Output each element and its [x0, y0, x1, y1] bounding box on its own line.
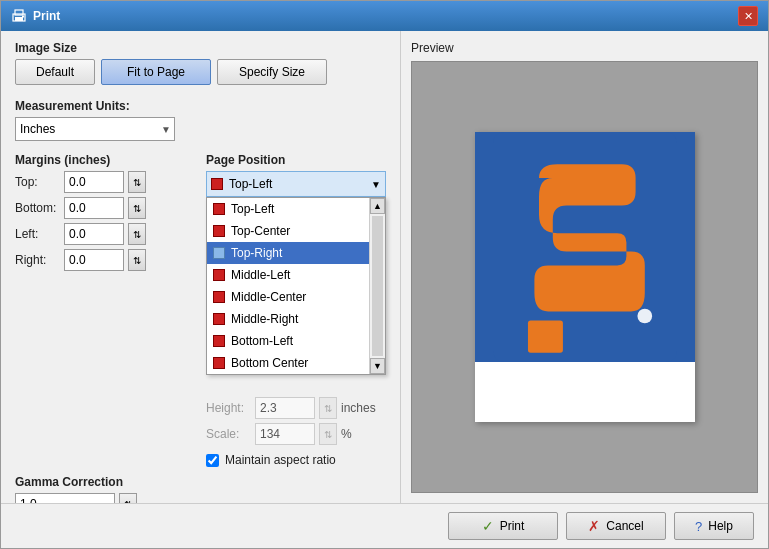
left-margin-spin[interactable]: ⇅ — [128, 223, 146, 245]
scale-unit: % — [341, 427, 352, 441]
height-spin[interactable]: ⇅ — [319, 397, 337, 419]
footer-bar: ✓ Print ✗ Cancel ? Help — [1, 503, 768, 548]
pos-dropdown-arrow: ▼ — [371, 179, 381, 190]
size-fields: Height: ⇅ inches Scale: ⇅ % — [206, 397, 386, 467]
pos-option-top-left[interactable]: Top-Left — [207, 198, 385, 220]
print-button[interactable]: ✓ Print — [448, 512, 558, 540]
pos-label-3: Top-Right — [231, 246, 282, 260]
pos-label-8: Bottom Center — [231, 356, 308, 370]
scroll-thumb[interactable] — [372, 216, 383, 356]
fit-to-page-button[interactable]: Fit to Page — [101, 59, 211, 85]
bottom-margin-spin[interactable]: ⇅ — [128, 197, 146, 219]
window-title: Print — [33, 9, 60, 23]
scale-label: Scale: — [206, 427, 251, 441]
pos-icon-5 — [213, 291, 225, 303]
print-label: Print — [500, 519, 525, 533]
pos-option-top-center[interactable]: Top-Center — [207, 220, 385, 242]
right-margin-spin[interactable]: ⇅ — [128, 249, 146, 271]
print-dialog: Print ✕ Image Size Default Fit to Page S… — [0, 0, 769, 549]
gamma-spin[interactable]: ⇅ — [119, 493, 137, 503]
image-size-section: Image Size Default Fit to Page Specify S… — [15, 41, 386, 85]
pos-icon-1 — [213, 203, 225, 215]
pos-label-2: Top-Center — [231, 224, 290, 238]
right-column: Page Position Top-Left ▼ — [206, 153, 386, 467]
popup-scrollbar[interactable]: ▲ ▼ — [369, 198, 385, 374]
height-row: Height: ⇅ inches — [206, 397, 386, 419]
image-size-label: Image Size — [15, 41, 386, 55]
logo-svg — [475, 132, 695, 362]
pos-icon-8 — [213, 357, 225, 369]
default-button[interactable]: Default — [15, 59, 95, 85]
measurement-dropdown-container: Inches Centimeters Millimeters Pixels ▼ — [15, 117, 175, 141]
pos-label-1: Top-Left — [231, 202, 274, 216]
footer-right: ✓ Print ✗ Cancel ? Help — [448, 512, 754, 540]
svg-point-6 — [637, 309, 652, 324]
pos-icon-7 — [213, 335, 225, 347]
top-margin-input[interactable] — [64, 171, 124, 193]
help-button[interactable]: ? Help — [674, 512, 754, 540]
cancel-label: Cancel — [606, 519, 643, 533]
measurement-dropdown[interactable]: Inches Centimeters Millimeters Pixels — [15, 117, 175, 141]
right-margin-input[interactable] — [64, 249, 124, 271]
title-bar: Print ✕ — [1, 1, 768, 31]
top-margin-row: Top: ⇅ — [15, 171, 190, 193]
scroll-down-btn[interactable]: ▼ — [370, 358, 385, 374]
maintain-aspect-row: Maintain aspect ratio — [206, 453, 386, 467]
pos-option-middle-left[interactable]: Middle-Left — [207, 264, 385, 286]
preview-inner — [475, 132, 695, 422]
top-margin-spin[interactable]: ⇅ — [128, 171, 146, 193]
bottom-margin-label: Bottom: — [15, 201, 60, 215]
pos-label-4: Middle-Left — [231, 268, 290, 282]
scroll-up-btn[interactable]: ▲ — [370, 198, 385, 214]
title-bar-left: Print — [11, 8, 60, 24]
pos-icon-4 — [213, 269, 225, 281]
preview-area — [411, 61, 758, 493]
pos-option-bottom-left[interactable]: Bottom-Left — [207, 330, 385, 352]
print-icon — [11, 8, 27, 24]
height-label: Height: — [206, 401, 251, 415]
page-position-dropdown-wrapper: Top-Left ▼ Top-Left — [206, 171, 386, 197]
preview-white-bottom — [475, 362, 695, 422]
gamma-input[interactable] — [15, 493, 115, 503]
height-input[interactable] — [255, 397, 315, 419]
pos-icon-3 — [213, 247, 225, 259]
page-position-selected[interactable]: Top-Left ▼ — [206, 171, 386, 197]
bottom-margin-row: Bottom: ⇅ — [15, 197, 190, 219]
right-margin-label: Right: — [15, 253, 60, 267]
pos-label-6: Middle-Right — [231, 312, 298, 326]
bottom-margin-input[interactable] — [64, 197, 124, 219]
preview-label: Preview — [411, 41, 758, 55]
top-margin-label: Top: — [15, 175, 60, 189]
maintain-aspect-checkbox[interactable] — [206, 454, 219, 467]
image-size-buttons: Default Fit to Page Specify Size — [15, 59, 386, 85]
left-margin-input[interactable] — [64, 223, 124, 245]
right-margin-row: Right: ⇅ — [15, 249, 190, 271]
cancel-x-icon: ✗ — [588, 518, 600, 534]
print-check-icon: ✓ — [482, 518, 494, 534]
cancel-button[interactable]: ✗ Cancel — [566, 512, 666, 540]
margins-label: Margins (inches) — [15, 153, 190, 167]
height-unit: inches — [341, 401, 376, 415]
scale-spin[interactable]: ⇅ — [319, 423, 337, 445]
pos-option-middle-center[interactable]: Middle-Center — [207, 286, 385, 308]
gamma-label: Gamma Correction — [15, 475, 386, 489]
pos-icon — [211, 178, 223, 190]
help-label: Help — [708, 519, 733, 533]
measurement-label: Measurement Units: — [15, 99, 386, 113]
left-margin-row: Left: ⇅ — [15, 223, 190, 245]
specify-size-button[interactable]: Specify Size — [217, 59, 327, 85]
margins-section: Margins (inches) Top: ⇅ Bottom: ⇅ — [15, 153, 190, 467]
preview-image — [475, 132, 695, 362]
maintain-aspect-label: Maintain aspect ratio — [225, 453, 336, 467]
close-button[interactable]: ✕ — [738, 6, 758, 26]
pos-option-middle-right[interactable]: Middle-Right — [207, 308, 385, 330]
pos-label-5: Middle-Center — [231, 290, 306, 304]
pos-selected-text: Top-Left — [229, 177, 272, 191]
page-position-section: Page Position Top-Left ▼ — [206, 153, 386, 197]
pos-option-bottom-center[interactable]: Bottom Center — [207, 352, 385, 374]
svg-rect-2 — [15, 17, 23, 21]
scale-input[interactable] — [255, 423, 315, 445]
pos-option-top-right[interactable]: Top-Right — [207, 242, 385, 264]
gamma-section: Gamma Correction ⇅ — [15, 475, 386, 503]
help-q-icon: ? — [695, 519, 702, 534]
